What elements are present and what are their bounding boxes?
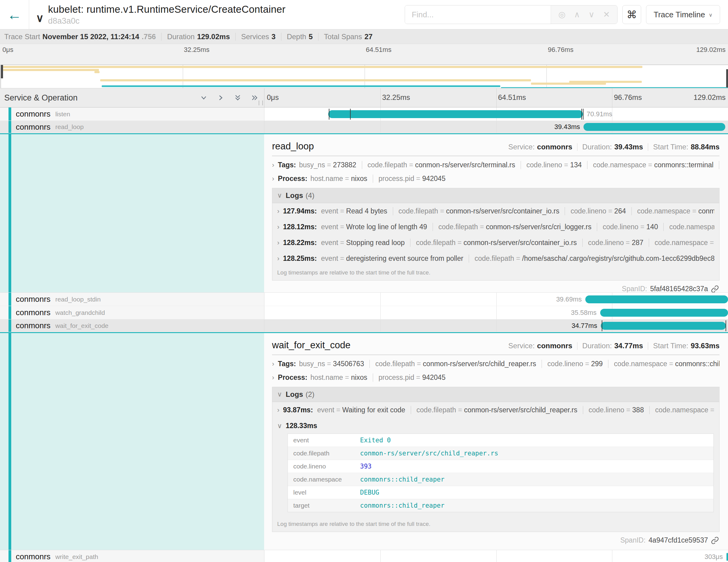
key-value-pair: event = Read 4 bytes [321,207,387,215]
column-resize-handle[interactable] [259,100,263,105]
duration-value: 129.02ms [197,32,230,41]
tick-label: 96.76ms [612,93,642,102]
span-id-value: 4a947cfd1ce59537 [648,536,708,544]
span-bar[interactable] [726,553,728,561]
expand-one-icon[interactable] [217,94,225,102]
span-timeline-cell[interactable]: 34.77ms [264,319,728,332]
find-input[interactable] [405,5,551,24]
back-button[interactable]: ← [0,0,29,29]
span-name-cell[interactable]: conmonrs read_loop_stdin [0,293,264,306]
keyboard-shortcuts-button[interactable]: ⌘ [622,5,641,24]
divider [318,33,318,41]
span-timeline-cell[interactable]: 303μs [264,550,728,562]
span-name-cell[interactable]: conmonrs listen [0,107,264,121]
process-accordion[interactable]: › Process: host.name = nixosprocess.pid … [272,371,719,384]
logs-accordion-header[interactable]: ∨ Logs (4) [272,188,719,203]
span-timeline-cell[interactable]: 39.69ms [264,293,728,306]
process-accordion[interactable]: › Process: host.name = nixosprocess.pid … [272,172,719,186]
span-id-label: SpanID: [622,285,647,292]
span-id-row: SpanID: 4a947cfd1ce59537 [272,532,719,547]
span-timeline-cell[interactable]: 39.43ms [264,121,728,133]
log-entry[interactable]: ∨128.33mseventExited 0code.filepathconmo… [272,418,719,518]
logs-section: ∨ Logs (4) ›127.94ms:event = Read 4 byte… [272,188,719,281]
minimap-right-drag-handle[interactable] [726,69,728,87]
match-target-icon[interactable]: ◎ [558,10,566,19]
depth-label: Depth [287,32,306,41]
duration-label: Duration: [582,342,612,350]
log-timestamp: 128.22ms: [283,239,317,247]
trace-collapse-chevron-icon[interactable]: ∨ [36,12,44,25]
log-entry[interactable]: ›127.94ms:event = Read 4 bytescode.filep… [272,203,719,219]
log-entry[interactable]: ›128.12ms:event = Wrote log line of leng… [272,219,719,235]
divider [272,155,719,156]
span-name-cell[interactable]: conmonrs read_loop [0,121,264,133]
key-value-pair: process.pid = 942045 [373,373,446,382]
log-timestamp: 128.33ms [286,422,317,430]
span-bar[interactable] [601,322,726,330]
view-selector-button[interactable]: Trace Timeline ∨ [646,5,720,24]
log-entry[interactable]: ›128.25ms:event = deregistering event so… [272,250,719,266]
grid-line [496,121,497,133]
operation-name: read_loop_stdin [55,296,100,303]
log-marker-tick [602,320,602,331]
expand-all-icon[interactable] [251,94,259,102]
chevron-right-icon: › [277,406,279,414]
trace-start-label: Trace Start [4,32,40,41]
find-next-icon[interactable]: ∨ [589,10,595,19]
span-name-cell[interactable]: conmonrs watch_grandchild [0,306,264,319]
tags-accordion[interactable]: › Tags: busy_ns = 273882code.filepath = … [272,158,719,172]
grid-line [496,319,497,332]
grid-line [380,121,381,133]
logs-accordion-header[interactable]: ∨ Logs (2) [272,387,719,402]
minimap-left-drag-handle[interactable] [1,65,3,78]
logs-note: Log timestamps are relative to the start… [272,266,719,280]
span-id-value: 5faf48165428c37a [650,285,708,292]
span-row-watch-grandchild: conmonrs watch_grandchild 35.58ms [0,306,728,319]
find-clear-icon[interactable]: ✕ [603,10,610,19]
log-entry[interactable]: ›93.87ms:event = Waiting for exit codeco… [272,402,719,418]
service-name: conmonrs [16,109,50,119]
collapse-one-icon[interactable] [200,94,208,102]
span-timeline-cell[interactable]: 35.58ms [264,306,728,319]
span-id-row: SpanID: 5faf48165428c37a [272,281,719,292]
logs-label: Logs [286,191,303,200]
trace-start-value: November 15 2022, 11:24:14 [43,32,139,41]
collapse-all-icon[interactable] [234,94,242,102]
copy-link-icon[interactable] [711,536,719,544]
span-name-cell[interactable]: conmonrs wait_for_exit_code [0,319,264,332]
tick-label: 0μs [2,46,13,54]
logs-label: Logs [286,390,303,399]
key-value-pair: busy_ns = 273882 [299,161,356,169]
key-value-pair: code.filepath = /home/sascha/.cargo/regi… [469,254,714,263]
tags-list: busy_ns = 34506763code.filepath = conmon… [299,360,719,368]
trace-start-fraction: .756 [142,32,156,41]
services-label: Services [241,32,269,41]
minimap-span-segment [100,79,531,81]
divider [577,143,577,151]
span-color-indicator [9,550,11,562]
span-duration-label: 303μs [705,553,726,561]
span-timeline-cell[interactable]: 70.91ms [264,107,728,121]
detail-span-name: read_loop [272,141,314,152]
tags-accordion[interactable]: › Tags: busy_ns = 34506763code.filepath … [272,357,719,371]
span-bar[interactable] [583,123,725,131]
service-operation-header: Service & Operation [0,88,264,107]
key-value-pair: event = Stopping read loop [321,239,405,247]
key-value-pair: code.lineno = 388 [583,406,644,414]
span-row-read-loop-stdin: conmonrs read_loop_stdin 39.69ms [0,293,728,306]
span-bar[interactable] [600,309,728,317]
tick-label: 129.02ms [696,46,726,54]
span-name-cell[interactable]: conmonrs write_exit_path [0,550,264,562]
log-entry[interactable]: ›128.22ms:event = Stopping read loopcode… [272,235,719,250]
minimap-span-segment [1,66,642,68]
key-value-pair: code.namespace = conmon... [649,239,714,247]
find-prev-icon[interactable]: ∧ [574,10,580,19]
span-duration-label: 39.69ms [556,295,585,303]
log-field-row: code.namespaceconmonrs::child_reaper [288,473,713,486]
copy-link-icon[interactable] [711,285,719,293]
span-bar[interactable] [585,295,728,303]
span-bar[interactable] [328,110,583,118]
span-row-listen: conmonrs listen 70.91ms [0,107,728,121]
log-timestamp: 128.25ms: [283,254,317,263]
process-list: host.name = nixosprocess.pid = 942045 [311,175,446,183]
